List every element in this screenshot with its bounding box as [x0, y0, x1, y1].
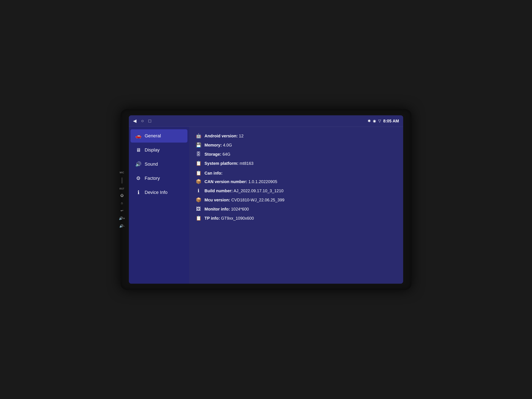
android-version-text: Android version: 12: [204, 134, 244, 138]
general-icon: 🚗: [135, 133, 142, 139]
clock: 8:05 AM: [383, 119, 399, 123]
status-bar: ✱ ◉ ▽ 8:05 AM: [368, 119, 399, 123]
sound-label: Sound: [145, 161, 158, 167]
device-info-label: Device Info: [145, 190, 167, 195]
mcu-text: Mcu version: CVD1810-WJ_22.06.25_399: [204, 198, 285, 203]
sidebar-item-sound[interactable]: 🔊 Sound: [131, 158, 187, 171]
sidebar-item-display[interactable]: 🖥 Display: [131, 143, 187, 157]
screen: ◀ ○ □ ✱ ◉ ▽ 8:05 AM 🚗 General 🖥: [129, 115, 403, 284]
storage-icon: 🗄: [195, 152, 202, 157]
top-bar: ◀ ○ □ ✱ ◉ ▽ 8:05 AM: [129, 115, 403, 127]
memory-row: 💾 Memory: 4.0G: [195, 140, 397, 150]
memory-icon: 💾: [195, 142, 202, 148]
tp-text: TP info: GT9xx_1090x600: [204, 216, 254, 221]
bluetooth-icon: ✱: [368, 119, 371, 123]
mic-label: MIC: [120, 171, 124, 174]
location-icon: ◉: [373, 119, 376, 123]
sidebar-item-device-info[interactable]: ℹ Device Info: [131, 186, 187, 199]
build-number-row: ℹ Build number: AJ_2022.09.17.10_3_1210: [195, 186, 397, 195]
sidebar-item-general[interactable]: 🚗 General: [131, 129, 187, 143]
can-version-text: CAN version number: 1.0.1.20220905: [204, 179, 277, 184]
can-header-icon: 📋: [195, 171, 202, 176]
android-icon: 🤖: [195, 133, 202, 139]
sound-icon: 🔊: [135, 161, 142, 167]
power-icon[interactable]: ⏻: [120, 194, 124, 197]
mcu-version-row: 📦 Mcu version: CVD1810-WJ_22.06.25_399: [195, 195, 397, 204]
tp-info-row: 📋 TP info: GT9xx_1090x600: [195, 214, 397, 223]
recent-button[interactable]: □: [148, 118, 151, 124]
monitor-info-row: 🖼 Monitor info: 1024*600: [195, 204, 397, 214]
platform-icon: 📋: [195, 161, 202, 166]
display-label: Display: [145, 147, 160, 153]
monitor-text: Monitor info: 1024*600: [204, 207, 249, 212]
factory-icon: ⚙: [135, 175, 142, 181]
can-version-row: 📦 CAN version number: 1.0.1.20220905: [195, 177, 397, 186]
home-side-icon[interactable]: ⌂: [121, 201, 123, 205]
rst-label: RST: [120, 187, 125, 190]
rst-button[interactable]: [121, 177, 123, 184]
back-button[interactable]: ◀: [133, 118, 137, 124]
android-version-row: 🤖 Android version: 12: [195, 131, 397, 140]
vol-down-icon[interactable]: 🔊-: [119, 224, 125, 228]
can-section-header: 📋 Can info:: [195, 168, 397, 177]
general-label: General: [145, 133, 161, 139]
sidebar-item-factory[interactable]: ⚙ Factory: [131, 172, 187, 185]
device-frame: MIC RST ⏻ ⌂ ↩ 🔊+ 🔊- ◀ ○ □ ✱ ◉ ▽ 8:05 AM: [120, 109, 412, 290]
monitor-icon: 🖼: [195, 206, 202, 212]
can-header-text: Can info:: [204, 171, 222, 176]
content-area: 🤖 Android version: 12 💾 Memory: 4.0G 🗄 S…: [189, 127, 403, 284]
side-panel: MIC RST ⏻ ⌂ ↩ 🔊+ 🔊-: [119, 171, 125, 228]
signal-icon: ▽: [378, 119, 381, 123]
back-side-icon[interactable]: ↩: [120, 209, 123, 213]
build-number-text: Build number: AJ_2022.09.17.10_3_1210: [204, 189, 284, 193]
nav-buttons: ◀ ○ □: [133, 118, 151, 124]
storage-row: 🗄 Storage: 64G: [195, 150, 397, 159]
can-version-icon: 📦: [195, 179, 202, 184]
build-number-icon: ℹ: [195, 188, 202, 193]
display-icon: 🖥: [135, 147, 142, 153]
platform-row: 📋 System platform: mt8163: [195, 159, 397, 168]
storage-text: Storage: 64G: [204, 152, 230, 157]
main-content: 🚗 General 🖥 Display 🔊 Sound ⚙ Factory ℹ: [129, 127, 403, 284]
home-button[interactable]: ○: [141, 118, 144, 124]
device-info-icon: ℹ: [135, 190, 142, 195]
platform-text: System platform: mt8163: [204, 161, 253, 166]
vol-up-icon[interactable]: 🔊+: [119, 216, 125, 220]
tp-icon: 📋: [195, 215, 202, 221]
memory-text: Memory: 4.0G: [204, 143, 232, 147]
factory-label: Factory: [145, 176, 160, 181]
mcu-icon: 📦: [195, 197, 202, 203]
sidebar: 🚗 General 🖥 Display 🔊 Sound ⚙ Factory ℹ: [129, 127, 189, 284]
